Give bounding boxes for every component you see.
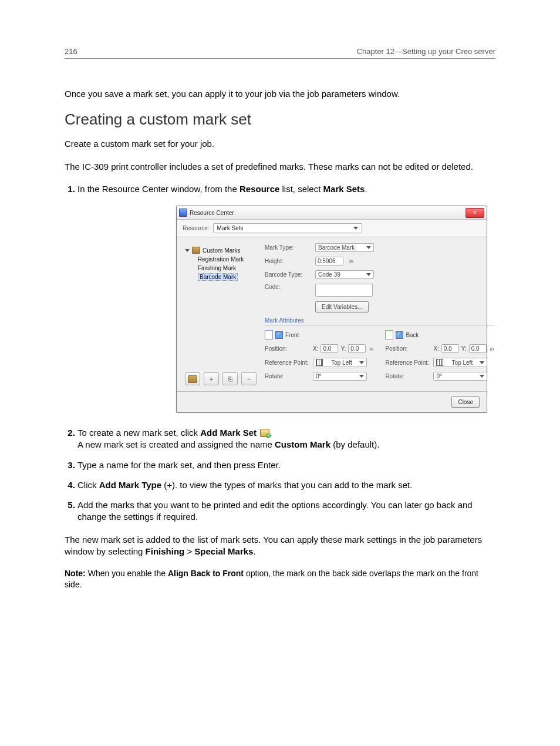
front-rotate-select[interactable]: 0°	[313, 372, 367, 381]
front-y-input[interactable]: 0.0	[348, 344, 366, 353]
back-column: Back Position: X: 0.0 Y: 0.0 in	[385, 330, 494, 385]
front-checkbox[interactable]	[275, 331, 283, 339]
page-number: 216	[65, 47, 77, 56]
close-button[interactable]: Close	[451, 396, 480, 408]
resource-center-screenshot: Resource Center ✕ Resource: Mark Sets	[176, 206, 487, 413]
step-1: In the Resource Center window, from the …	[77, 183, 495, 195]
add-mark-set-button[interactable]	[185, 372, 200, 385]
barcode-type-label: Barcode Type:	[265, 271, 311, 278]
back-position-label: Position:	[385, 345, 431, 352]
chevron-down-icon	[366, 246, 371, 249]
chevron-down-icon	[359, 375, 364, 378]
tree-item[interactable]: Registration Mark	[198, 255, 257, 264]
add-mark-type-button[interactable]: +	[204, 372, 219, 385]
chevron-down-icon	[480, 375, 484, 378]
section-title: Creating a custom mark set	[65, 110, 495, 129]
duplicate-button[interactable]: ⎘	[222, 372, 238, 385]
ref-point-icon	[316, 359, 323, 366]
page-header: 216 Chapter 12—Setting up your Creo serv…	[65, 47, 495, 59]
front-ref-label: Reference Point:	[265, 359, 311, 366]
step-2: To create a new mark set, click Add Mark…	[77, 427, 495, 451]
tree-expand-icon[interactable]	[185, 249, 190, 252]
resource-select-value: Mark Sets	[217, 225, 244, 231]
closing-paragraph: The new mark set is added to the list of…	[65, 534, 495, 558]
pre-paragraph: The IC-309 print controller includes a s…	[65, 161, 495, 173]
back-rotate-label: Rotate:	[385, 373, 431, 379]
add-mark-set-icon: +	[260, 429, 269, 437]
front-label: Front	[285, 332, 299, 338]
page-back-icon	[385, 330, 393, 340]
tree-item[interactable]: Finishing Mark	[198, 264, 257, 273]
mark-type-select[interactable]: Barcode Mark	[315, 243, 374, 252]
back-rotate-select[interactable]: 0°	[433, 372, 487, 381]
edit-variables-button[interactable]: Edit Variables...	[315, 301, 369, 312]
back-label: Back	[406, 332, 419, 338]
code-input[interactable]	[315, 284, 373, 297]
resource-label: Resource:	[183, 225, 210, 231]
back-ref-label: Reference Point:	[385, 359, 431, 366]
front-x-input[interactable]: 0.0	[321, 344, 338, 353]
step-4: Click Add Mark Type (+). to view the typ…	[77, 479, 495, 491]
mark-set-tree[interactable]: Custom Marks Registration Mark Finishing…	[185, 243, 257, 367]
back-x-input[interactable]: 0.0	[441, 344, 459, 353]
note-paragraph: Note: When you enable the Align Back to …	[65, 568, 495, 590]
chevron-down-icon	[353, 227, 358, 230]
resource-select[interactable]: Mark Sets	[213, 223, 362, 233]
folder-icon	[192, 247, 200, 254]
chapter-title: Chapter 12—Setting up your Creo server	[357, 47, 495, 56]
back-y-input[interactable]: 0.0	[469, 344, 487, 353]
window-close-button[interactable]: ✕	[465, 208, 484, 218]
front-ref-select[interactable]: Top Left	[313, 358, 367, 367]
front-column: Front Position: X: 0.0 Y: 0.0 in	[265, 330, 373, 385]
back-ref-select[interactable]: Top Left	[433, 358, 487, 367]
mark-type-label: Mark Type:	[265, 244, 311, 251]
steps-list-cont: To create a new mark set, click Add Mark…	[65, 427, 495, 523]
tree-toolbar: + ⎘ −	[185, 367, 257, 385]
height-unit: in	[349, 258, 353, 264]
front-rotate-label: Rotate:	[265, 373, 311, 379]
mark-attributes-label: Mark Attributes	[265, 317, 494, 325]
app-icon	[179, 209, 187, 217]
intro-paragraph: Once you save a mark set, you can apply …	[65, 88, 495, 100]
lead-paragraph: Create a custom mark set for your job.	[65, 138, 495, 150]
front-position-label: Position:	[265, 345, 311, 352]
ref-point-icon	[436, 359, 443, 366]
dialog-titlebar: Resource Center ✕	[177, 206, 487, 220]
chevron-down-icon	[480, 361, 484, 364]
tree-item[interactable]: Barcode Mark	[198, 273, 257, 281]
height-input[interactable]: 0.5906	[315, 257, 343, 266]
steps-list: In the Resource Center window, from the …	[65, 183, 495, 195]
step-5: Add the marks that you want to be printe…	[77, 499, 495, 523]
back-checkbox[interactable]	[396, 331, 403, 339]
step-3: Type a name for the mark set, and then p…	[77, 459, 495, 471]
page-front-icon	[265, 330, 273, 340]
barcode-type-select[interactable]: Code 39	[315, 270, 374, 279]
chevron-down-icon	[366, 273, 371, 276]
height-label: Height:	[265, 258, 311, 264]
chevron-down-icon	[359, 361, 364, 364]
dialog-title: Resource Center	[190, 210, 234, 216]
tree-root-label: Custom Marks	[203, 247, 240, 254]
delete-button[interactable]: −	[241, 372, 257, 385]
code-label: Code:	[265, 284, 311, 290]
